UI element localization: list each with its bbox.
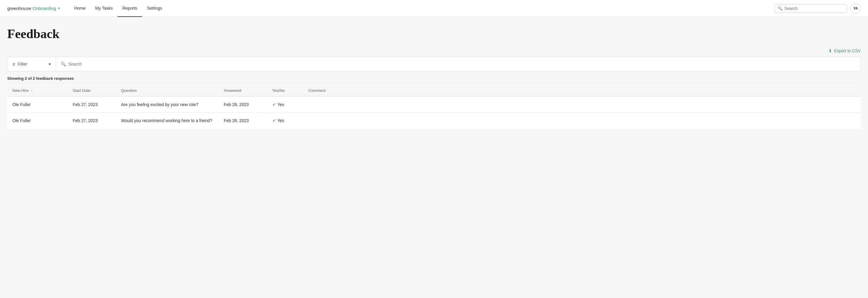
navbar: greenhouse Onboarding ▾ Home My Tasks Re… (0, 0, 868, 17)
col-header-comment: Comment (304, 85, 861, 97)
avatar[interactable]: YA (850, 3, 861, 13)
export-icon: ⬇ (829, 48, 832, 53)
cell-startdate-1: Feb 27, 2023 (68, 113, 116, 129)
logo-greenhouse: greenhouse (7, 6, 31, 11)
col-header-yesno: Yes/No (268, 85, 304, 97)
cell-answered-1: Feb 28, 2023 (219, 113, 268, 129)
page-title: Feedback (7, 27, 861, 41)
check-icon-1: ✓ (272, 118, 276, 123)
check-icon-0: ✓ (272, 102, 276, 107)
nav-reports[interactable]: Reports (118, 0, 142, 17)
filter-label: Filter (18, 62, 27, 66)
col-header-startdate: Start Date (68, 85, 116, 97)
logo-onboarding: Onboarding (32, 6, 56, 11)
filter-section[interactable]: ⧖ Filter ▾ (7, 57, 56, 71)
cell-question-1: Would you recommend working here to a fr… (116, 113, 219, 129)
filter-bar: ⧖ Filter ▾ 🔍 (7, 57, 861, 71)
export-csv-button[interactable]: ⬇ Export to CSV (829, 48, 861, 53)
nav-settings[interactable]: Settings (142, 0, 167, 17)
table-row: Ole Fuller Feb 27, 2023 Would you recomm… (7, 113, 861, 129)
col-header-answered: Answered (219, 85, 268, 97)
nav-search-box[interactable]: 🔍 (774, 4, 847, 13)
filter-search-input[interactable] (68, 62, 856, 66)
export-row: ⬇ Export to CSV (7, 48, 861, 53)
main-content: Feedback ⬇ Export to CSV ⧖ Filter ▾ 🔍 Sh… (0, 17, 868, 136)
cell-comment-0 (304, 97, 861, 113)
cell-newhire-1: Ole Fuller (7, 113, 68, 129)
cell-comment-1 (304, 113, 861, 129)
cell-answered-0: Feb 28, 2023 (219, 97, 268, 113)
cell-newhire-0: Ole Fuller (7, 97, 68, 113)
col-header-newhire[interactable]: New Hire ↑ (7, 85, 68, 97)
table-row: Ole Fuller Feb 27, 2023 Are you feeling … (7, 97, 861, 113)
nav-home[interactable]: Home (69, 0, 90, 17)
sort-icon-newhire: ↑ (31, 89, 33, 92)
logo-chevron: ▾ (58, 6, 60, 10)
feedback-table: New Hire ↑ Start Date Question Answered … (7, 84, 861, 129)
col-header-question: Question (116, 85, 219, 97)
yesno-value-1: Yes (277, 118, 284, 123)
filter-search-section: 🔍 (56, 57, 861, 71)
nav-search-input[interactable] (784, 6, 843, 11)
table-header-row: New Hire ↑ Start Date Question Answered … (7, 85, 861, 97)
logo[interactable]: greenhouse Onboarding ▾ (7, 6, 60, 11)
nav-right: 🔍 YA (774, 3, 861, 13)
cell-question-0: Are you feeling excited by your new role… (116, 97, 219, 113)
yesno-value-0: Yes (277, 102, 284, 107)
nav-links: Home My Tasks Reports Settings (69, 0, 774, 17)
showing-count: Showing 2 of 2 feedback responses (7, 76, 861, 81)
cell-yesno-1: ✓ Yes (268, 113, 304, 129)
export-label: Export to CSV (834, 48, 861, 53)
nav-my-tasks[interactable]: My Tasks (90, 0, 118, 17)
filter-icon: ⧖ (12, 62, 16, 67)
filter-chevron-icon: ▾ (49, 62, 51, 66)
cell-yesno-0: ✓ Yes (268, 97, 304, 113)
nav-search-icon: 🔍 (778, 6, 782, 10)
filter-search-icon: 🔍 (61, 62, 66, 66)
cell-startdate-0: Feb 27, 2023 (68, 97, 116, 113)
